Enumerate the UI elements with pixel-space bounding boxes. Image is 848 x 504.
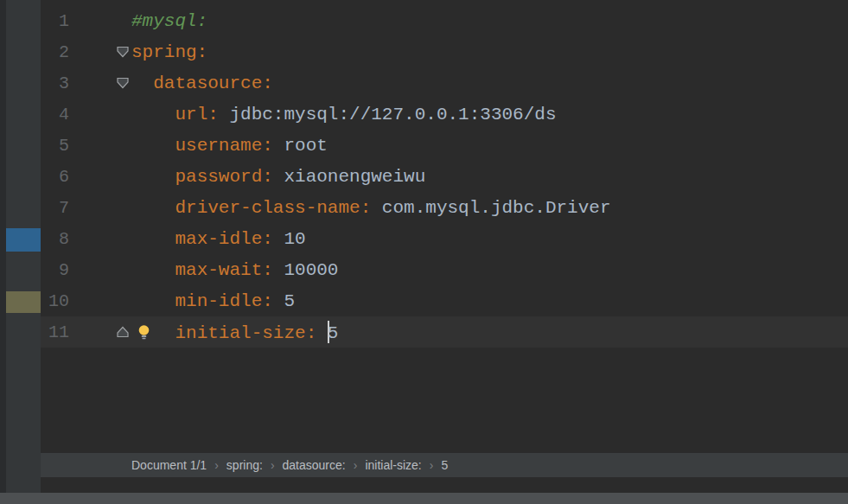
- line-number: 3: [41, 73, 69, 93]
- editor-line-2[interactable]: 2spring:: [41, 36, 848, 67]
- editor-line-9[interactable]: 9 max-wait: 10000: [41, 254, 848, 285]
- yaml-value: 10: [273, 229, 306, 249]
- yaml-key: url:: [175, 105, 218, 124]
- breadcrumb-item[interactable]: initial-size:: [365, 458, 421, 472]
- code-text[interactable]: max-idle: 10: [131, 229, 848, 249]
- yaml-key: driver-class-name:: [175, 198, 371, 218]
- editor-line-3[interactable]: 3 datasource:: [41, 67, 848, 99]
- code-text[interactable]: driver-class-name: com.mysql.jdbc.Driver: [131, 198, 848, 218]
- code-text[interactable]: password: xiaonengweiwu: [131, 167, 848, 187]
- bottom-strip: [0, 493, 848, 504]
- breadcrumb-separator: ›: [430, 458, 434, 472]
- breadcrumb-item[interactable]: spring:: [226, 458, 263, 472]
- editor-line-4[interactable]: 4 url: jdbc:mysql://127.0.0.1:3306/ds: [41, 99, 848, 130]
- fold-gutter[interactable]: [69, 77, 131, 89]
- line-number: 11: [41, 322, 69, 342]
- fold-down-icon[interactable]: [116, 77, 130, 89]
- left-tool-panel[interactable]: [0, 0, 41, 504]
- intention-bulb-icon[interactable]: [137, 324, 151, 341]
- yaml-value: root: [273, 136, 328, 156]
- yaml-value: jdbc:mysql://127.0.0.1:3306/ds: [219, 105, 557, 124]
- indent-whitespace: [131, 105, 175, 124]
- editor-line-11[interactable]: 11 initial-size: 5: [41, 316, 848, 348]
- fold-up-icon[interactable]: [116, 326, 130, 338]
- breadcrumb-separator: ›: [214, 458, 219, 472]
- yaml-key: password:: [175, 167, 272, 187]
- line-number: 9: [41, 260, 69, 280]
- line-number: 1: [41, 11, 69, 31]
- code-text[interactable]: initial-size: 5: [131, 321, 848, 343]
- breadcrumb-separator: ›: [354, 458, 358, 472]
- yaml-value: 5: [273, 291, 295, 311]
- yaml-key: max-idle:: [175, 229, 272, 249]
- editor-area: 1#mysql:2spring:3 datasource:4 url: jdbc…: [41, 0, 848, 504]
- yaml-value: com.mysql.jdbc.Driver: [371, 198, 610, 218]
- yaml-value: 5: [328, 323, 339, 343]
- yaml-comment: #mysql:: [131, 11, 207, 31]
- editor-line-8[interactable]: 8 max-idle: 10: [41, 223, 848, 254]
- yaml-key: initial-size:: [175, 323, 316, 343]
- left-edge-strip: [0, 0, 6, 504]
- document-counter: Document 1/1: [131, 458, 207, 472]
- editor-rows: 1#mysql:2spring:3 datasource:4 url: jdbc…: [41, 5, 848, 348]
- yaml-value: xiaonengweiwu: [273, 167, 425, 187]
- yaml-key: username:: [175, 136, 272, 156]
- breadcrumb-separator: ›: [271, 458, 275, 472]
- editor[interactable]: 1#mysql:2spring:3 datasource:4 url: jdbc…: [41, 0, 848, 453]
- yaml-value: [316, 323, 328, 343]
- panel-selection-blue: [6, 228, 41, 252]
- editor-line-1[interactable]: 1#mysql:: [41, 5, 848, 36]
- code-text[interactable]: username: root: [131, 136, 848, 156]
- yaml-key: spring:: [131, 42, 207, 62]
- yaml-value: 10000: [273, 260, 339, 280]
- line-number: 8: [41, 229, 69, 249]
- fold-gutter[interactable]: [69, 326, 131, 338]
- line-number: 7: [41, 198, 69, 218]
- code-text[interactable]: url: jdbc:mysql://127.0.0.1:3306/ds: [131, 105, 848, 124]
- editor-line-7[interactable]: 7 driver-class-name: com.mysql.jdbc.Driv…: [41, 192, 848, 223]
- indent-whitespace: [131, 167, 175, 187]
- breadcrumb-item[interactable]: 5: [441, 458, 448, 472]
- editor-line-10[interactable]: 10 min-idle: 5: [41, 285, 848, 316]
- code-text[interactable]: min-idle: 5: [131, 291, 848, 311]
- breadcrumb-item[interactable]: datasource:: [283, 458, 346, 472]
- indent-whitespace: [131, 291, 175, 311]
- fold-gutter[interactable]: [69, 46, 131, 58]
- indent-whitespace: [131, 229, 175, 249]
- yaml-key: min-idle:: [175, 291, 272, 311]
- breadcrumb-items: ›spring:›datasource:›initial-size:›5: [207, 458, 448, 472]
- breadcrumb-bar: Document 1/1 ›spring:›datasource:›initia…: [41, 453, 848, 477]
- code-text[interactable]: datasource:: [131, 73, 848, 93]
- line-number: 4: [41, 105, 69, 124]
- line-number: 6: [41, 167, 69, 187]
- yaml-key: max-wait:: [175, 260, 272, 280]
- indent-whitespace: [131, 73, 153, 93]
- indent-whitespace: [131, 260, 175, 280]
- code-text[interactable]: max-wait: 10000: [131, 260, 848, 280]
- indent-whitespace: [131, 136, 175, 156]
- editor-line-5[interactable]: 5 username: root: [41, 130, 848, 161]
- ide-window: 1#mysql:2spring:3 datasource:4 url: jdbc…: [0, 0, 848, 504]
- panel-selection-olive: [6, 291, 41, 313]
- line-number: 5: [41, 136, 69, 156]
- line-number: 2: [41, 42, 69, 62]
- yaml-key: datasource:: [153, 73, 273, 93]
- line-number: 10: [41, 291, 69, 311]
- fold-down-icon[interactable]: [116, 46, 130, 58]
- indent-whitespace: [131, 198, 175, 218]
- code-text[interactable]: spring:: [131, 42, 848, 62]
- editor-line-6[interactable]: 6 password: xiaonengweiwu: [41, 161, 848, 192]
- code-text[interactable]: #mysql:: [131, 11, 848, 31]
